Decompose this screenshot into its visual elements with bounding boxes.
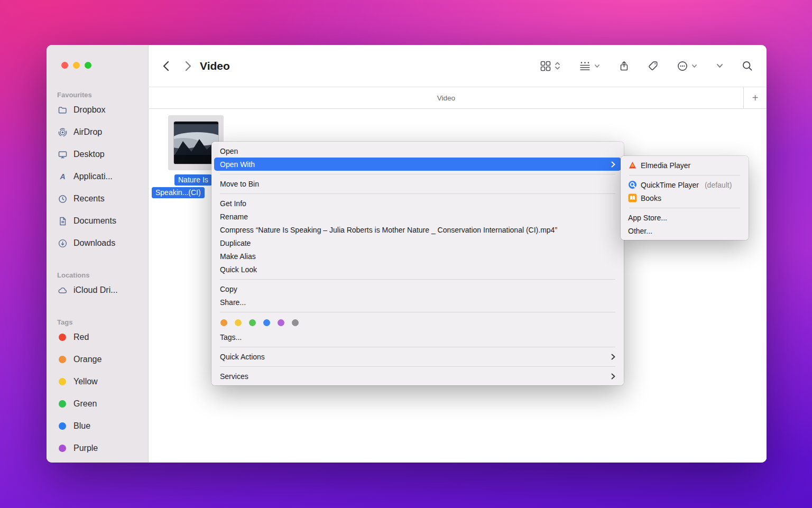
menu-item-get-info[interactable]: Get Info — [211, 197, 624, 210]
tags-button[interactable] — [648, 61, 658, 71]
tag-yellow-icon — [59, 378, 66, 385]
group-view-icon — [579, 61, 590, 71]
elmedia-player-icon — [628, 161, 637, 170]
menu-item-make-alias[interactable]: Make Alias — [211, 250, 624, 263]
sidebar-item-tag-purple[interactable]: Purple — [57, 437, 148, 459]
sidebar-item-label: Purple — [73, 444, 98, 453]
sidebar-item-tag-orange[interactable]: Orange — [57, 348, 148, 371]
context-menu: Open Open With Move to Bin Get Info Rena… — [211, 142, 624, 385]
tab-video[interactable]: Video — [149, 87, 743, 108]
sidebar-item-icloud-drive[interactable]: iCloud Dri... — [57, 279, 148, 301]
window-title: Video — [200, 60, 230, 72]
menu-item-duplicate[interactable]: Duplicate — [211, 236, 624, 250]
folder-icon — [57, 106, 68, 115]
group-by-button[interactable] — [579, 61, 600, 71]
finder-toolbar: Video — [149, 45, 767, 87]
finder-sidebar: Favourites Dropbox AirDrop — [47, 45, 149, 463]
sidebar-item-label: Recents — [73, 194, 105, 204]
menu-item-quick-actions[interactable]: Quick Actions — [211, 350, 624, 363]
sidebar-item-recents[interactable]: Recents — [57, 188, 148, 210]
menu-item-label: Open With — [220, 160, 255, 169]
svg-text:A: A — [59, 172, 65, 181]
tag-gray-button[interactable] — [292, 319, 299, 326]
tag-purple-button[interactable] — [278, 319, 284, 326]
sidebar-item-downloads[interactable]: Downloads — [57, 232, 148, 254]
back-button[interactable] — [163, 61, 169, 71]
forward-button[interactable] — [185, 61, 191, 71]
file-name-line1: Nature Is — [174, 174, 212, 186]
menu-item-label: Services — [220, 372, 248, 381]
chevron-updown-icon — [555, 61, 560, 70]
submenu-chevron-icon — [611, 161, 615, 168]
menu-item-tags[interactable]: Tags... — [211, 330, 624, 344]
menu-item-compress[interactable]: Compress “Nature Is Speaking – Julia Rob… — [211, 223, 624, 236]
menu-item-share[interactable]: Share... — [211, 295, 624, 309]
sidebar-item-tag-blue[interactable]: Blue — [57, 415, 148, 437]
tab-label: Video — [437, 94, 455, 102]
menu-item-services[interactable]: Services — [211, 370, 624, 383]
sidebar-heading-tags: Tags — [57, 318, 148, 326]
icon-view-icon — [540, 61, 551, 71]
sidebar-item-label: Orange — [73, 355, 102, 364]
zoom-button[interactable] — [85, 62, 91, 69]
submenu-item-quicktime-player[interactable]: QuickTime Player (default) — [621, 178, 749, 191]
tag-purple-icon — [59, 445, 66, 452]
sidebar-item-label: Applicati... — [73, 172, 113, 181]
menu-item-quick-look[interactable]: Quick Look — [211, 263, 624, 276]
sidebar-item-tag-green[interactable]: Green — [57, 393, 148, 415]
share-icon — [619, 61, 629, 71]
sidebar-item-label: Desktop — [73, 150, 105, 159]
desktop-wallpaper: Favourites Dropbox AirDrop — [0, 0, 812, 508]
more-options-button[interactable] — [677, 61, 697, 71]
submenu-item-other[interactable]: Other... — [621, 224, 749, 237]
plus-icon: + — [752, 92, 759, 104]
chevron-down-icon — [691, 64, 697, 68]
toolbar-collapse-button[interactable] — [716, 63, 723, 68]
submenu-item-app-store[interactable]: App Store... — [621, 211, 749, 224]
sidebar-item-desktop[interactable]: Desktop — [57, 143, 148, 165]
sidebar-item-label: Red — [73, 332, 89, 342]
ellipsis-circle-icon — [677, 61, 688, 71]
menu-item-move-to-bin[interactable]: Move to Bin — [211, 177, 624, 190]
books-icon — [628, 193, 637, 202]
submenu-chevron-icon — [611, 354, 615, 360]
sidebar-item-airdrop[interactable]: AirDrop — [57, 121, 148, 143]
tag-green-button[interactable] — [249, 319, 256, 326]
submenu-item-label: QuickTime Player — [641, 181, 699, 189]
menu-item-open-with[interactable]: Open With — [214, 158, 621, 171]
tag-yellow-button[interactable] — [235, 319, 242, 326]
sidebar-item-documents[interactable]: Documents — [57, 210, 148, 232]
document-icon — [57, 217, 68, 226]
tag-color-row — [211, 315, 624, 330]
submenu-chevron-icon — [611, 373, 615, 380]
cloud-icon — [57, 286, 68, 295]
sidebar-item-tag-yellow[interactable]: Yellow — [57, 371, 148, 393]
close-button[interactable] — [61, 62, 68, 69]
submenu-item-elmedia-player[interactable]: Elmedia Player — [621, 159, 749, 172]
sidebar-heading-favourites: Favourites — [57, 91, 148, 99]
menu-item-open[interactable]: Open — [211, 144, 624, 158]
submenu-item-label: Elmedia Player — [641, 161, 690, 170]
minimize-button[interactable] — [73, 62, 80, 69]
search-button[interactable] — [742, 61, 753, 71]
submenu-item-books[interactable]: Books — [621, 191, 749, 205]
sidebar-item-label: Yellow — [73, 377, 98, 386]
menu-item-copy[interactable]: Copy — [211, 282, 624, 295]
sidebar-item-tag-red[interactable]: Red — [57, 326, 148, 348]
tag-orange-icon — [59, 356, 66, 363]
menu-separator — [220, 193, 615, 194]
applications-icon: A — [57, 172, 68, 181]
tag-orange-button[interactable] — [220, 319, 227, 326]
tag-blue-button[interactable] — [263, 319, 270, 326]
menu-separator — [220, 347, 615, 347]
submenu-item-label: Books — [641, 194, 661, 202]
tag-red-icon — [59, 334, 66, 341]
new-tab-button[interactable]: + — [743, 87, 767, 108]
menu-item-rename[interactable]: Rename — [211, 210, 624, 223]
menu-separator — [220, 174, 615, 174]
sidebar-item-applications[interactable]: A Applicati... — [57, 165, 148, 188]
share-button[interactable] — [619, 61, 629, 71]
open-with-submenu: Elmedia Player QuickTime Player (default… — [621, 156, 749, 240]
sidebar-item-dropbox[interactable]: Dropbox — [57, 99, 148, 121]
view-mode-button[interactable] — [540, 61, 560, 71]
